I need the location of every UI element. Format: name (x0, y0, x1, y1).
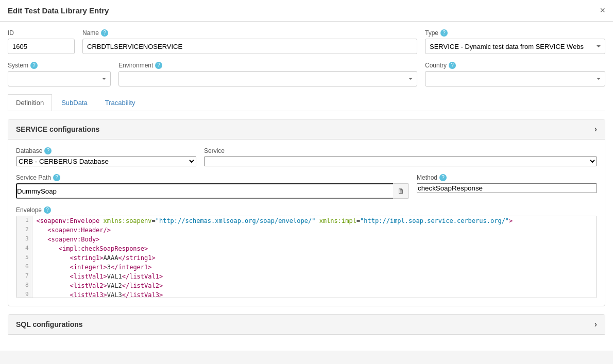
country-select[interactable] (425, 71, 605, 86)
modal-body: ID Name ? Type ? SERVICE - Dynamic test … (0, 22, 613, 351)
chevron-right-icon: › (594, 125, 597, 134)
service-path-input[interactable] (16, 183, 393, 199)
tab-definition[interactable]: Definition (8, 94, 52, 111)
sql-panel: SQL configurations › (8, 314, 605, 335)
close-button[interactable]: × (600, 5, 605, 16)
table-row: 2 <soapenv:Header/> (16, 226, 597, 235)
service-panel-body: Database ? CRB - CERBERUS Database Servi… (8, 140, 605, 306)
path-method-row: Service Path ? 🗎 Method ? (16, 174, 597, 199)
service-panel-title: SERVICE configurations (16, 125, 99, 133)
table-row: 1<soapenv:Envelope xmlns:soapenv="http:/… (16, 216, 597, 226)
database-select[interactable]: CRB - CERBERUS Database (16, 157, 196, 166)
db-service-row: Database ? CRB - CERBERUS Database Servi… (16, 147, 597, 166)
table-row: 9 <listVal3>VAL3</listVal3> (16, 290, 597, 298)
system-select[interactable] (8, 71, 111, 86)
modal-header: Edit Test Data Library Entry × (0, 0, 613, 22)
system-info-icon: ? (30, 62, 38, 69)
environment-select[interactable] (118, 71, 417, 86)
system-label: System ? (8, 62, 111, 69)
database-group: Database ? CRB - CERBERUS Database (16, 147, 196, 166)
row-id-name-type: ID Name ? Type ? SERVICE - Dynamic test … (8, 29, 605, 54)
code-editor[interactable]: 1<soapenv:Envelope xmlns:soapenv="http:/… (16, 216, 597, 298)
envelope-info-icon: ? (44, 206, 51, 214)
type-select[interactable]: SERVICE - Dynamic test data from SERVICE… (425, 39, 605, 54)
table-row: 5 <string1>AAAA</string1> (16, 253, 597, 263)
service-panel-header[interactable]: SERVICE configurations › (8, 119, 605, 140)
environment-label: Environment ? (118, 62, 417, 69)
id-input[interactable] (8, 39, 75, 54)
table-row: 3 <soapenv:Body> (16, 235, 597, 244)
country-info-icon: ? (449, 62, 456, 69)
service-path-label: Service Path ? (16, 174, 409, 181)
name-info-icon: ? (101, 29, 108, 37)
modal-title: Edit Test Data Library Entry (8, 6, 109, 15)
method-group: Method ? (417, 174, 597, 193)
database-info-icon: ? (44, 147, 52, 154)
service-panel: SERVICE configurations › Database ? CRB … (8, 119, 605, 306)
service-path-info-icon: ? (53, 174, 60, 181)
name-input[interactable] (82, 39, 417, 54)
service-path-wrapper: 🗎 (16, 183, 409, 199)
code-table: 1<soapenv:Envelope xmlns:soapenv="http:/… (16, 216, 597, 298)
service-select[interactable] (204, 157, 597, 166)
method-input[interactable] (417, 183, 597, 193)
type-group: Type ? SERVICE - Dynamic test data from … (425, 29, 605, 54)
country-label: Country ? (425, 62, 605, 69)
type-info-icon: ? (440, 29, 448, 37)
service-path-group: Service Path ? 🗎 (16, 174, 409, 199)
sql-panel-title: SQL configurations (16, 320, 83, 328)
database-label: Database ? (16, 147, 196, 154)
table-row: 4 <impl:checkSoapResponse> (16, 244, 597, 253)
type-label: Type ? (425, 29, 605, 37)
id-group: ID (8, 29, 75, 54)
sql-panel-header[interactable]: SQL configurations › (8, 315, 605, 335)
system-group: System ? (8, 62, 111, 86)
sql-chevron-icon: › (594, 320, 597, 329)
id-label: ID (8, 29, 75, 37)
environment-group: Environment ? (118, 62, 417, 86)
service-group: Service (204, 147, 597, 166)
name-label: Name ? (82, 29, 417, 37)
envelope-label: Envelope ? (16, 206, 597, 214)
country-group: Country ? (425, 62, 605, 86)
tab-subdata[interactable]: SubData (53, 94, 96, 111)
method-label: Method ? (417, 174, 597, 181)
tabs: Definition SubData Tracability (8, 94, 605, 111)
table-row: 6 <integer1>3</integer1> (16, 263, 597, 272)
method-info-icon: ? (439, 174, 447, 181)
tab-tracability[interactable]: Tracability (97, 94, 144, 111)
table-row: 8 <listVal2>VAL2</listVal2> (16, 281, 597, 290)
envelope-section: Envelope ? 1<soapenv:Envelope xmlns:soap… (16, 206, 597, 298)
table-row: 7 <listVal1>VAL1</listVal1> (16, 272, 597, 281)
row-system-env-country: System ? Environment ? Country ? (8, 62, 605, 86)
environment-info-icon: ? (155, 62, 162, 69)
service-label: Service (204, 147, 597, 154)
name-group: Name ? (82, 29, 417, 54)
service-path-file-button[interactable]: 🗎 (393, 183, 409, 199)
